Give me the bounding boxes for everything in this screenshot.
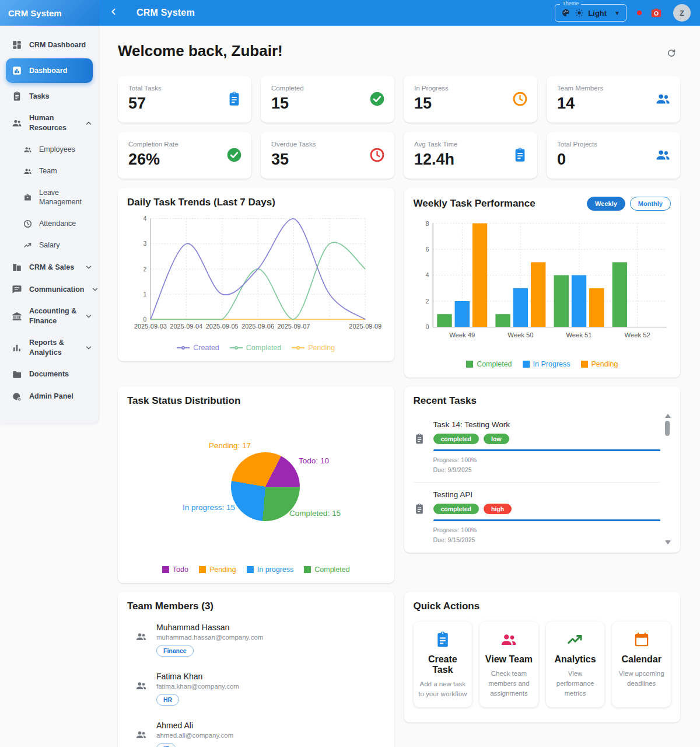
legend-item-todo[interactable]: Todo — [162, 566, 188, 574]
member-name: Fatima Khan — [156, 672, 239, 681]
people-icon — [12, 118, 22, 128]
legend-item-in-progress[interactable]: In Progress — [523, 360, 570, 368]
sidebar-nav: CRM DashboardDashboardTasksHuman Resourc… — [0, 26, 99, 423]
quick-action-view-team[interactable]: View TeamCheck team members and assignme… — [480, 622, 538, 707]
weekly-performance-chart: 02468Week 49Week 50Week 51Week 52 — [414, 215, 671, 358]
task-row[interactable]: Task 14: Testing WorkcompletedlowProgres… — [414, 413, 661, 483]
legend-item-pending[interactable]: Pending — [581, 360, 618, 368]
status-distribution-legend: TodoPendingIn progressCompleted — [127, 566, 385, 574]
chat-icon — [12, 284, 22, 295]
legend-item-in-progress[interactable]: In progress — [247, 566, 294, 574]
quick-action-calendar[interactable]: CalendarView upcoming deadlines — [612, 622, 671, 707]
sidebar-item-label: Reports & Analytics — [29, 338, 78, 358]
avatar[interactable]: Z — [673, 4, 691, 22]
svg-text:Week 52: Week 52 — [624, 331, 650, 338]
recent-tasks-title: Recent Tasks — [414, 395, 671, 407]
legend-item-pending[interactable]: Pending — [199, 566, 236, 574]
sidebar-item-tasks[interactable]: Tasks — [0, 85, 99, 107]
chevron-up-icon — [85, 119, 93, 127]
sidebar-item-label: Communication — [29, 285, 84, 295]
chart-square-icon — [12, 65, 22, 76]
team-member-row[interactable]: Ahmed Aliahmed.ali@company.comIT — [127, 714, 385, 747]
toggle-weekly[interactable]: Weekly — [587, 197, 625, 211]
stat-value: 12.4h — [414, 151, 527, 169]
svg-text:1: 1 — [143, 291, 146, 298]
svg-text:2025-09-03: 2025-09-03 — [134, 323, 167, 330]
clipboard-icon — [226, 91, 242, 107]
daily-trends-title: Daily Task Trends (Last 7 Days) — [127, 197, 275, 208]
sidebar-item-human-resources[interactable]: Human Resources — [0, 107, 99, 139]
toggle-monthly[interactable]: Monthly — [630, 197, 671, 211]
sidebar-item-team[interactable]: Team — [0, 160, 99, 182]
svg-text:3: 3 — [143, 240, 146, 247]
scroll-down-arrow-icon[interactable] — [665, 540, 671, 544]
legend-square-marker-icon — [247, 566, 254, 573]
legend-label: Completed — [246, 344, 281, 352]
camera-icon[interactable] — [650, 6, 663, 19]
sidebar-item-reports-analytics[interactable]: Reports & Analytics — [0, 332, 99, 364]
sidebar-item-leave-management[interactable]: Leave Management — [0, 182, 99, 214]
quick-actions-title: Quick Actions — [414, 601, 671, 612]
people-icon — [23, 145, 32, 154]
quick-action-description: Add a new task to your workflow — [418, 679, 468, 699]
team-member-row[interactable]: Fatima Khanfatima.khan@company.comHR — [127, 665, 385, 714]
legend-label: Completed — [477, 360, 512, 368]
sidebar-item-documents[interactable]: Documents — [0, 364, 99, 386]
scrollbar[interactable] — [664, 414, 671, 544]
sidebar-item-salary[interactable]: Salary — [0, 235, 99, 256]
member-email: ahmed.ali@company.com — [156, 732, 233, 739]
weekly-performance-legend: CompletedIn ProgressPending — [414, 360, 671, 368]
theme-select[interactable]: Theme Light ▼ — [555, 4, 626, 22]
sidebar-item-label: CRM & Sales — [29, 263, 78, 273]
quick-actions-card: Quick Actions Create TaskAdd a new task … — [404, 592, 681, 722]
svg-text:2025-09-09: 2025-09-09 — [349, 323, 382, 330]
people-icon — [135, 631, 147, 643]
stat-label: Completion Rate — [128, 141, 241, 148]
status-badge: completed — [433, 504, 480, 514]
legend-label: Todo — [173, 566, 188, 574]
quick-action-title: View Team — [484, 654, 534, 665]
sidebar-collapse-button[interactable] — [105, 4, 123, 22]
legend-item-created[interactable]: Created — [177, 344, 219, 352]
quick-action-create-task[interactable]: Create TaskAdd a new task to your workfl… — [414, 622, 473, 707]
sidebar-item-crm-sales[interactable]: CRM & Sales — [0, 256, 99, 278]
sidebar-item-accounting-finance[interactable]: Accounting & Finance — [0, 301, 99, 332]
svg-text:Week 49: Week 49 — [449, 331, 475, 338]
sidebar-item-communication[interactable]: Communication — [0, 278, 99, 301]
quick-action-analytics[interactable]: AnalyticsView performance metrics — [546, 622, 605, 707]
sidebar-item-admin-panel[interactable]: Admin Panel — [0, 386, 99, 408]
trending-icon — [566, 631, 584, 648]
stat-value: 14 — [557, 95, 670, 113]
refresh-button[interactable] — [663, 44, 680, 62]
sidebar-item-label: Accounting & Finance — [29, 306, 78, 326]
calendar-icon — [633, 631, 650, 648]
stat-card-total-tasks: Total Tasks57 — [118, 76, 251, 123]
team-member-row[interactable]: Muhammad Hassanmuhammad.hassan@company.c… — [127, 616, 385, 665]
legend-item-completed[interactable]: Completed — [466, 360, 512, 368]
department-chip: HR — [156, 694, 179, 706]
scroll-up-arrow-icon[interactable] — [665, 414, 671, 418]
clock-icon — [512, 91, 528, 107]
clipboard-icon — [434, 631, 452, 648]
sidebar-item-employees[interactable]: Employees — [0, 139, 99, 160]
legend-item-completed[interactable]: Completed — [304, 566, 349, 574]
stat-label: Avg Task Time — [414, 141, 527, 148]
sidebar-item-dashboard[interactable]: Dashboard — [6, 58, 93, 83]
legend-item-completed[interactable]: Completed — [230, 344, 281, 352]
member-name: Ahmed Ali — [156, 721, 233, 730]
page: CRM System CRM System Theme Light ▼ Z CR… — [0, 0, 700, 747]
stats-grid: Total Tasks57Completed15In Progress15Tea… — [118, 76, 680, 179]
sidebar-item-label: Tasks — [29, 92, 93, 102]
check-circle-icon — [369, 91, 385, 107]
scrollbar-thumb[interactable] — [665, 421, 670, 436]
sidebar-item-attendance[interactable]: Attendance — [0, 213, 99, 235]
legend-item-pending[interactable]: Pending — [292, 344, 335, 352]
task-row[interactable]: Testing APIcompletedhighProgress: 100%Du… — [414, 483, 661, 546]
daily-trends-card: Daily Task Trends (Last 7 Days) 01234202… — [118, 188, 394, 361]
svg-text:2: 2 — [425, 298, 429, 305]
refresh-icon — [666, 48, 677, 58]
task-progress-bar — [433, 519, 661, 521]
legend-label: Pending — [592, 360, 618, 368]
sidebar-item-crm-dashboard[interactable]: CRM Dashboard — [0, 34, 99, 56]
legend-line-marker-icon — [292, 347, 304, 348]
